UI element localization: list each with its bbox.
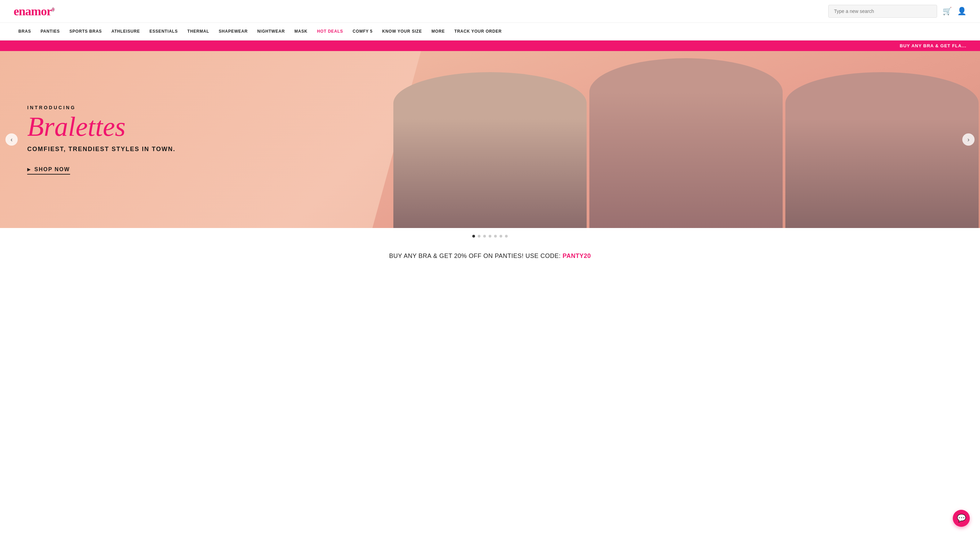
nav-item-sports-bras[interactable]: SPORTS BRAS [65, 23, 107, 40]
carousel-dot-3[interactable] [483, 235, 486, 237]
user-icon[interactable]: 👤 [957, 7, 966, 16]
promo-bar-text: BUY ANY BRA & GET FLA... [900, 43, 966, 48]
model-figure-right [785, 72, 978, 228]
nav-item-bras[interactable]: BRAS [14, 23, 36, 40]
carousel-dot-5[interactable] [494, 235, 497, 237]
carousel-dot-2[interactable] [478, 235, 480, 237]
nav-item-shapewear[interactable]: SHAPEWEAR [214, 23, 253, 40]
brand-logo[interactable]: enamor® [14, 4, 54, 18]
logo-symbol: ® [52, 7, 54, 12]
logo-text: enamor [14, 5, 52, 18]
nav-item-track-order[interactable]: TRACK YOUR ORDER [450, 23, 506, 40]
hero-introducing: INTRODUCING [27, 105, 441, 110]
nav-item-athleisure[interactable]: ATHLEISURE [107, 23, 145, 40]
nav-item-panties[interactable]: PANTIES [36, 23, 65, 40]
hero-cta-button[interactable]: SHOP NOW [27, 166, 70, 175]
nav-item-more[interactable]: MORE [427, 23, 450, 40]
carousel-dot-7[interactable] [505, 235, 508, 237]
nav-item-nightwear[interactable]: NIGHTWEAR [253, 23, 290, 40]
promo-bar: BUY ANY BRA & GET FLA... [0, 40, 980, 51]
carousel-next-button[interactable]: › [962, 134, 975, 146]
nav-item-comfy-5[interactable]: COMFY 5 [348, 23, 377, 40]
site-header: enamor® 🛒 👤 [0, 0, 980, 23]
hero-section: INTRODUCING Bralettes COMFIEST, TRENDIES… [0, 51, 980, 228]
nav-item-hot-deals[interactable]: HOT DEALS [312, 23, 348, 40]
bottom-promo-code: PANTY20 [563, 252, 591, 259]
hero-title: Bralettes [27, 113, 441, 140]
hero-content: INTRODUCING Bralettes COMFIEST, TRENDIES… [0, 105, 441, 175]
nav-item-mask[interactable]: MASK [290, 23, 312, 40]
carousel-dot-6[interactable] [500, 235, 502, 237]
hero-subtitle: COMFIEST, TRENDIEST STYLES IN TOWN. [27, 146, 441, 153]
carousel-dot-4[interactable] [488, 235, 492, 237]
bottom-promo-section: BUY ANY BRA & GET 20% OFF ON PANTIES! US… [0, 244, 980, 268]
model-figure-center [589, 58, 783, 228]
header-right-section: 🛒 👤 [828, 5, 966, 18]
nav-item-essentials[interactable]: ESSENTIALS [145, 23, 182, 40]
search-input[interactable] [828, 5, 937, 18]
nav-item-thermal[interactable]: THERMAL [183, 23, 214, 40]
carousel-dot-1[interactable] [472, 235, 475, 237]
carousel-prev-button[interactable]: ‹ [5, 134, 18, 146]
carousel-dots-container [0, 228, 980, 244]
bottom-promo-prefix: BUY ANY BRA & GET 20% OFF ON PANTIES! US… [389, 252, 563, 259]
hero-models [392, 51, 980, 228]
cart-icon[interactable]: 🛒 [943, 7, 952, 16]
nav-item-know-your-size[interactable]: KNOW YOUR SIZE [377, 23, 427, 40]
main-nav: BRAS PANTIES SPORTS BRAS ATHLEISURE ESSE… [0, 23, 980, 40]
